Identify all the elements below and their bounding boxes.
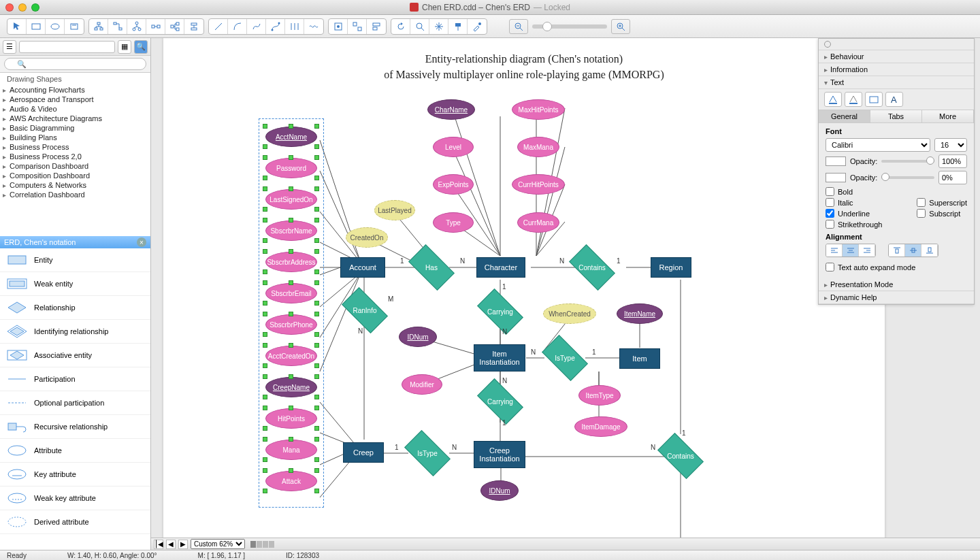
align-right-button[interactable] xyxy=(859,244,875,257)
selected-attr[interactable]: Password xyxy=(265,158,317,178)
library-grid-button[interactable]: ▦ xyxy=(118,40,131,54)
rel-carrying[interactable]: Carrying xyxy=(480,299,521,324)
outline-opacity-value[interactable] xyxy=(938,171,967,184)
entity-item[interactable]: Item xyxy=(619,348,660,369)
selection-handle[interactable] xyxy=(314,269,319,274)
stencil-item[interactable]: Entity xyxy=(0,248,150,272)
pointer-tool-button[interactable] xyxy=(7,19,27,34)
selection-handle[interactable] xyxy=(263,332,267,337)
eyedropper-tool-button[interactable] xyxy=(468,19,487,34)
sub-checkbox[interactable] xyxy=(917,209,926,218)
page-tab[interactable] xyxy=(250,541,256,548)
selected-attr[interactable]: AcctCreatedOn xyxy=(265,346,317,366)
rect-tool-button[interactable] xyxy=(27,19,46,34)
selection-handle[interactable] xyxy=(263,269,267,274)
selection-handle[interactable] xyxy=(314,207,319,212)
close-library-button[interactable]: × xyxy=(137,237,146,247)
spline-tool-button[interactable] xyxy=(247,19,266,34)
selection-handle[interactable] xyxy=(289,468,293,473)
attr-itemname[interactable]: ItemName xyxy=(617,303,663,324)
stencil-item[interactable]: Attribute xyxy=(0,439,150,463)
arc-tool-button[interactable] xyxy=(228,19,247,34)
page-tab[interactable] xyxy=(257,541,262,548)
selection-handle[interactable] xyxy=(314,437,319,442)
selection-handle[interactable] xyxy=(263,374,267,379)
selection-handle[interactable] xyxy=(314,406,319,410)
attr-idnum2[interactable]: IDNum xyxy=(480,480,519,501)
attr-level[interactable]: Level xyxy=(433,137,474,157)
zoom-tool-button[interactable] xyxy=(410,19,429,34)
zoom-slider[interactable] xyxy=(532,24,607,29)
align-left-button[interactable] xyxy=(826,244,843,257)
attr-idnum[interactable]: IDNum xyxy=(399,327,437,347)
selection-handle[interactable] xyxy=(289,155,293,160)
fill-opacity-value[interactable] xyxy=(938,154,967,168)
attr-currhp[interactable]: CurrHitPoints xyxy=(512,174,565,195)
selection-handle[interactable] xyxy=(314,343,319,348)
page-first-button[interactable]: ⎮◀ xyxy=(154,540,163,549)
attr-itemtype[interactable]: ItemType xyxy=(578,385,621,406)
page-tab[interactable] xyxy=(269,541,274,548)
diagram-page[interactable]: Entity-relationship diagram (Chen's nota… xyxy=(163,38,885,538)
library-search-button[interactable]: 🔍 xyxy=(134,40,148,54)
grid-tool-button[interactable] xyxy=(348,19,367,34)
entity-creepinst[interactable]: Creep Instantiation xyxy=(474,441,525,468)
section-text[interactable]: Text xyxy=(819,76,974,89)
selection-handle[interactable] xyxy=(263,218,267,223)
minimize-window-button[interactable] xyxy=(18,3,27,12)
selected-attr[interactable]: LastSignedOn xyxy=(265,189,317,210)
selection-handle[interactable] xyxy=(263,301,267,306)
stencil-item[interactable]: Recursive relationship xyxy=(0,415,150,439)
bold-checkbox[interactable] xyxy=(826,187,834,196)
shape-search-input[interactable] xyxy=(4,58,146,70)
text-fill-button[interactable] xyxy=(824,92,842,107)
bezier-tool-button[interactable] xyxy=(266,19,285,34)
chain-tool-button[interactable] xyxy=(108,19,127,34)
selection-handle[interactable] xyxy=(289,186,293,191)
branch-tool-button[interactable] xyxy=(165,19,184,34)
attr-type[interactable]: Type xyxy=(433,212,474,233)
ellipse-tool-button[interactable] xyxy=(46,19,65,34)
rel-carrying2[interactable]: Carrying xyxy=(480,389,521,414)
selection-handle[interactable] xyxy=(263,144,267,149)
selection-handle[interactable] xyxy=(263,343,267,348)
entity-creep[interactable]: Creep xyxy=(343,442,384,463)
stencil-item[interactable]: Relationship xyxy=(0,296,150,320)
selected-attr[interactable]: CreepName xyxy=(265,377,317,397)
zoom-window-button[interactable] xyxy=(31,3,39,12)
text-fill-swatch[interactable] xyxy=(826,157,846,166)
entity-region[interactable]: Region xyxy=(651,257,691,278)
selection-handle[interactable] xyxy=(263,280,267,285)
underline-checkbox[interactable] xyxy=(826,209,834,218)
stencil-item[interactable]: Key attribute xyxy=(0,463,150,487)
category-item[interactable]: Business Process 2,0 xyxy=(0,152,150,161)
entity-character[interactable]: Character xyxy=(476,257,525,278)
selected-attr[interactable]: SbscrbrPhone xyxy=(265,314,317,335)
selection-handle[interactable] xyxy=(314,124,319,129)
tab-tabs[interactable]: Tabs xyxy=(870,110,922,122)
category-item[interactable]: Comparison Dashboard xyxy=(0,161,150,171)
selection-handle[interactable] xyxy=(263,155,267,160)
selected-library-header[interactable]: ERD, Chen's notation × xyxy=(0,236,150,248)
outline-opacity-slider[interactable] xyxy=(881,176,934,179)
selection-handle[interactable] xyxy=(314,363,319,368)
selection-handle[interactable] xyxy=(263,457,267,462)
text-tool-button[interactable] xyxy=(65,19,84,34)
attr-modifier[interactable]: Modifier xyxy=(402,374,442,395)
category-item[interactable]: Composition Dashboard xyxy=(0,171,150,180)
selection-handle[interactable] xyxy=(263,186,267,191)
selected-attr[interactable]: SbscrbrEmail xyxy=(265,283,317,303)
rel-raninfo[interactable]: RanInfo xyxy=(344,298,385,323)
category-item[interactable]: Business Process xyxy=(0,142,150,152)
library-tree-button[interactable]: ☰ xyxy=(3,40,16,54)
zoom-select[interactable]: Custom 62% xyxy=(191,539,245,549)
shape-categories-list[interactable]: Drawing Shapes Accounting FlowchartsAero… xyxy=(0,73,150,236)
selection-handle[interactable] xyxy=(314,312,319,316)
selection-handle[interactable] xyxy=(314,249,319,254)
italic-checkbox[interactable] xyxy=(826,198,834,207)
valign-middle-button[interactable] xyxy=(905,244,921,257)
section-presentation[interactable]: Presentation Mode xyxy=(819,278,974,291)
attr-currmana[interactable]: CurrMana xyxy=(517,212,559,233)
selection-handle[interactable] xyxy=(289,406,293,410)
page-prev-button[interactable]: ◀ xyxy=(166,540,176,549)
